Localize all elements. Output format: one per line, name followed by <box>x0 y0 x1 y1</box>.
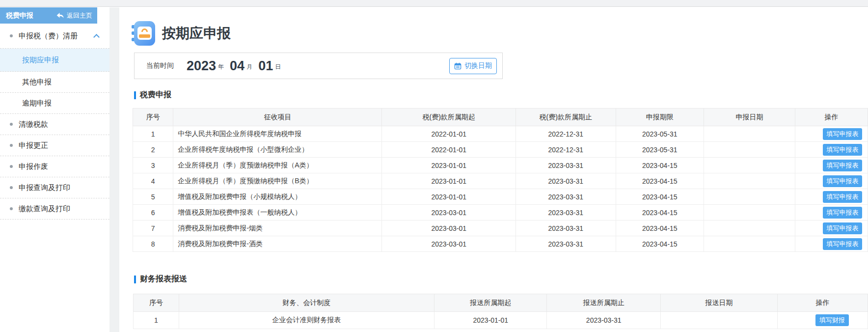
period-end-cell: 2023-03-31 <box>515 221 616 236</box>
sidebar-item[interactable]: 逾期申报 <box>0 93 109 114</box>
sidebar-item-label: 按期应申报 <box>22 55 59 65</box>
sidebar-item[interactable]: 按期应申报 <box>0 49 109 72</box>
sidebar-item[interactable]: 其他申报 <box>0 72 109 93</box>
reply-arrow-icon <box>56 12 64 19</box>
fill-declaration-button[interactable]: 填写申报表 <box>823 238 862 250</box>
period-end-cell: 2023-03-31 <box>515 236 616 252</box>
action-cell: 填写申报表 <box>795 158 868 173</box>
action-cell: 填写申报表 <box>795 221 868 236</box>
column-header: 报送所属期止 <box>547 294 661 312</box>
deadline-cell: 2023-04-15 <box>616 189 704 205</box>
sidebar-header: 税费申报 返回主页 <box>0 7 97 24</box>
deadline-cell: 2023-04-15 <box>616 173 704 189</box>
period-end-cell: 2023-03-31 <box>547 312 661 329</box>
bullet-icon <box>10 207 13 210</box>
bullet-icon <box>10 186 13 189</box>
fill-declaration-button[interactable]: 填写申报表 <box>823 128 862 140</box>
fill-declaration-button[interactable]: 填写申报表 <box>823 175 862 187</box>
sidebar: 税费申报 返回主页 申报税（费）清册 按期应申报 其他申报 逾期申报 清缴税款 … <box>0 7 109 332</box>
finance-table-body: 1 企业会计准则财务报表 2023-01-01 2023-03-31 填写财报 <box>134 312 868 329</box>
sidebar-menu: 申报税（费）清册 按期应申报 其他申报 逾期申报 清缴税款 申报更正 申报作废 … <box>0 24 109 220</box>
column-header: 操作 <box>777 294 868 312</box>
sidebar-item[interactable]: 申报税（费）清册 <box>0 24 109 49</box>
fill-finance-report-button[interactable]: 填写财报 <box>815 314 849 326</box>
current-date-bar: 当前时间 2023 年 04 月 01 日 切换日期 <box>134 53 503 79</box>
period-end-cell: 2023-03-31 <box>515 189 616 205</box>
column-header: 序号 <box>134 294 179 312</box>
sidebar-item-label: 逾期申报 <box>22 99 52 108</box>
fill-declaration-button[interactable]: 填写申报表 <box>823 160 862 171</box>
date-day-unit: 日 <box>275 63 281 71</box>
tax-table-body: 1 中华人民共和国企业所得税年度纳税申报 2022-01-01 2022-12-… <box>133 126 868 252</box>
sidebar-item-label: 申报查询及打印 <box>19 183 70 193</box>
sidebar-item[interactable]: 清缴税款 <box>0 114 109 135</box>
sidebar-item[interactable]: 申报作废 <box>0 156 109 177</box>
switch-date-label: 切换日期 <box>464 61 492 70</box>
filing-date-cell <box>704 158 795 173</box>
project-cell: 中华人民共和国企业所得税年度纳税申报 <box>173 126 382 142</box>
chevron-up-icon <box>93 34 100 40</box>
section-bar <box>134 91 136 99</box>
column-header: 报送所属期起 <box>434 294 547 312</box>
tax-table-wrap: 序号征收项目税(费)款所属期起税(费)款所属期止申报期限申报日期操作 1 中华人… <box>133 108 868 252</box>
action-cell: 填写申报表 <box>795 173 868 189</box>
tax-table-row: 5 增值税及附加税费申报（小规模纳税人） 2023-01-01 2023-03-… <box>133 189 868 205</box>
sidebar-item-label: 缴款查询及打印 <box>19 204 70 214</box>
section-bar <box>134 276 136 283</box>
fill-declaration-button[interactable]: 填写申报表 <box>823 191 862 203</box>
period-end-cell: 2023-03-31 <box>515 158 616 173</box>
filing-date-cell <box>704 126 795 142</box>
bullet-icon <box>10 34 13 37</box>
sidebar-item[interactable]: 缴款查询及打印 <box>0 198 109 220</box>
tax-table: 序号征收项目税(费)款所属期起税(费)款所属期止申报期限申报日期操作 1 中华人… <box>133 108 868 252</box>
period-start-cell: 2023-03-01 <box>382 205 515 221</box>
deadline-cell: 2023-04-15 <box>616 221 704 236</box>
tax-filing-screen: 税费申报 返回主页 申报税（费）清册 按期应申报 其他申报 逾期申报 清缴税款 … <box>0 0 868 332</box>
back-home-label: 返回主页 <box>67 11 92 20</box>
project-cell: 增值税及附加税费申报表（一般纳税人） <box>173 205 382 221</box>
row-number-cell: 2 <box>133 142 173 158</box>
tax-section-label: 税费申报 <box>140 90 171 100</box>
deadline-cell: 2023-05-31 <box>616 142 704 158</box>
period-start-cell: 2023-03-01 <box>382 236 515 252</box>
row-number-cell: 7 <box>133 221 173 236</box>
row-number-cell: 1 <box>133 126 173 142</box>
tax-section-title: 税费申报 <box>134 90 171 100</box>
column-header: 申报日期 <box>704 109 795 126</box>
switch-date-button[interactable]: 切换日期 <box>449 58 497 74</box>
back-home-link[interactable]: 返回主页 <box>56 11 97 20</box>
filing-date-cell <box>704 142 795 158</box>
project-cell: 企业所得税年度纳税申报（小型微利企业） <box>173 142 382 158</box>
fill-declaration-button[interactable]: 填写申报表 <box>823 222 862 234</box>
calendar-icon <box>454 62 461 70</box>
project-cell: 企业所得税月（季）度预缴纳税申报（A类） <box>173 158 382 173</box>
column-header: 征收项目 <box>173 109 382 126</box>
finance-section-label: 财务报表报送 <box>140 274 187 284</box>
report-book-icon <box>132 21 155 46</box>
period-end-cell: 2022-12-31 <box>515 142 616 158</box>
sidebar-item-label: 申报税（费）清册 <box>19 31 78 41</box>
project-cell: 增值税及附加税费申报（小规模纳税人） <box>173 189 382 205</box>
period-end-cell: 2023-03-31 <box>515 205 616 221</box>
finance-table: 序号财务、会计制度报送所属期起报送所属期止报送日期操作 1 企业会计准则财务报表… <box>133 294 868 329</box>
sidebar-item-label: 清缴税款 <box>19 120 48 129</box>
tax-table-row: 8 消费税及附加税费申报-酒类 2023-03-01 2023-03-31 20… <box>133 236 868 252</box>
sidebar-item[interactable]: 申报查询及打印 <box>0 177 109 198</box>
date-month-unit: 月 <box>246 63 252 71</box>
tax-table-row: 4 企业所得税月（季）度预缴纳税申报（B类） 2023-01-01 2023-0… <box>133 173 868 189</box>
fill-declaration-button[interactable]: 填写申报表 <box>823 207 862 219</box>
row-number-cell: 4 <box>133 173 173 189</box>
top-strip <box>0 0 868 7</box>
date-year-unit: 年 <box>218 63 224 71</box>
row-number-cell: 5 <box>133 189 173 205</box>
tax-table-row: 3 企业所得税月（季）度预缴纳税申报（A类） 2023-01-01 2023-0… <box>133 158 868 173</box>
fill-declaration-button[interactable]: 填写申报表 <box>823 144 862 156</box>
filing-date-cell <box>704 205 795 221</box>
deadline-cell: 2023-05-31 <box>616 126 704 142</box>
sidebar-title: 税费申报 <box>0 11 33 20</box>
accounting-system-cell: 企业会计准则财务报表 <box>179 312 434 329</box>
project-cell: 企业所得税月（季）度预缴纳税申报（B类） <box>173 173 382 189</box>
sidebar-item[interactable]: 申报更正 <box>0 135 109 156</box>
action-cell: 填写申报表 <box>795 189 868 205</box>
row-number-cell: 8 <box>133 236 173 252</box>
